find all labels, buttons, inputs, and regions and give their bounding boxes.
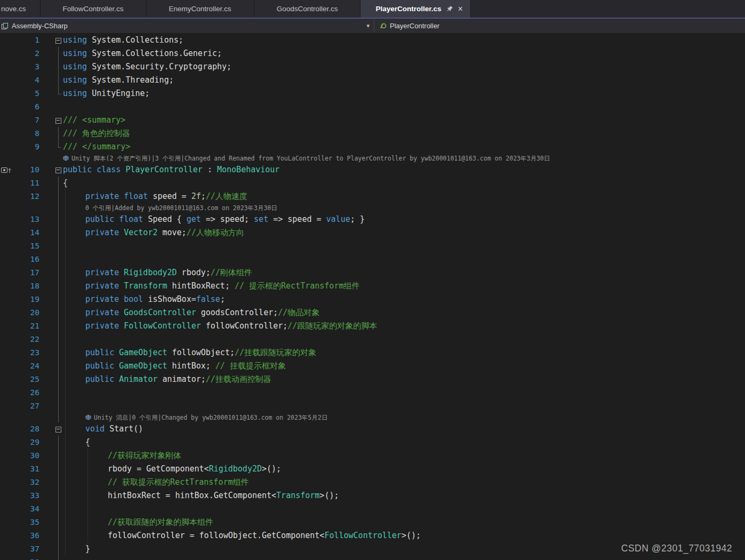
code-line[interactable]: 1using System.Collections; — [0, 34, 745, 47]
code-content: rbody = GetComponent<Rigidbody2D>(); — [63, 462, 745, 476]
token-pl: } — [85, 544, 90, 554]
token-kw: private — [85, 268, 124, 277]
token-kw: private — [85, 321, 124, 331]
token-pl: hintBoxRect; — [167, 281, 235, 291]
code-content: { — [63, 436, 745, 449]
selection-margin — [39, 346, 54, 359]
code-line[interactable]: 10public class PlayerController : MonoBe… — [0, 163, 745, 177]
code-line[interactable]: 24public GameObject hintBox; // 挂载提示框对象 — [0, 359, 745, 373]
token-ty: Transform — [276, 491, 319, 500]
fold-guide — [54, 502, 63, 516]
code-line[interactable]: 12private float speed = 2f;//人物速度 — [0, 190, 745, 203]
fold-guide — [54, 239, 63, 253]
code-line[interactable]: 38 — [0, 556, 745, 560]
fold-collapse-icon[interactable] — [54, 34, 63, 47]
fold-guide — [54, 253, 63, 266]
token-pl: Start() — [109, 424, 143, 434]
selection-margin — [39, 306, 54, 319]
glyph-margin — [0, 74, 16, 87]
glyph-margin — [0, 502, 16, 516]
glyph-margin — [0, 177, 16, 190]
code-line[interactable]: 34 — [0, 502, 745, 516]
codelens-row[interactable]: Unity 脚本(2 个资产引用)|3 个引用|Changed and Rena… — [0, 154, 745, 163]
margin-indicator-icon — [0, 163, 16, 177]
symbol-dropdown[interactable]: PlayerController — [374, 19, 745, 33]
code-line[interactable]: 36followController = followObject.GetCom… — [0, 529, 745, 542]
codelens-row[interactable]: Unity 消息|0 个引用|Changed by ywb20001011@16… — [0, 413, 745, 422]
code-line[interactable]: 20private GoodsController goodsControlle… — [0, 306, 745, 319]
code-line[interactable]: 8/// 角色的控制器 — [0, 127, 745, 140]
fold-guide — [54, 542, 63, 556]
fold-collapse-icon[interactable] — [54, 163, 63, 177]
code-line[interactable]: 21private FollowController followControl… — [0, 319, 745, 333]
close-icon[interactable]: × — [458, 5, 463, 13]
tab-playercontroller-cs[interactable]: PlayerController.cs× — [361, 0, 470, 18]
code-line[interactable]: 31rbody = GetComponent<Rigidbody2D>(); — [0, 462, 745, 476]
fold-guide — [54, 462, 63, 476]
glyph-margin — [0, 516, 16, 529]
code-content: { — [63, 177, 745, 190]
code-line[interactable]: 23public GameObject followObject;//挂载跟随玩… — [0, 346, 745, 359]
code-line[interactable]: 27 — [0, 399, 745, 413]
code-content: private bool isShowBox=false; — [63, 293, 745, 306]
glyph-margin — [0, 114, 16, 127]
fold-guide — [54, 319, 63, 333]
code-line[interactable]: 29{ — [0, 436, 745, 449]
token-kw: void — [85, 424, 109, 434]
pin-icon[interactable] — [446, 5, 453, 12]
code-line[interactable]: 17private Rigidbody2D rbody;//刚体组件 — [0, 266, 745, 279]
code-line[interactable]: 28void Start() — [0, 422, 745, 436]
line-number: 6 — [16, 100, 39, 114]
code-line[interactable]: 13public float Speed { get => speed; set… — [0, 213, 745, 226]
token-cm: //获取跟随的对象的脚本组件 — [108, 517, 213, 527]
code-line[interactable]: 33hintBoxRect = hintBox.GetComponent<Tra… — [0, 489, 745, 502]
code-line[interactable]: 22 — [0, 333, 745, 346]
fold-collapse-icon[interactable] — [54, 114, 63, 127]
glyph-margin — [0, 542, 16, 556]
code-content: using UnityEngine; — [63, 87, 745, 100]
fold-guide — [54, 489, 63, 502]
code-line[interactable]: 14private Vector2 move;//人物移动方向 — [0, 226, 745, 239]
code-line[interactable]: 25public Animator animator;//挂载动画控制器 — [0, 373, 745, 386]
selection-margin — [39, 127, 54, 140]
token-cm: // 获取提示框的RectTransform组件 — [108, 477, 249, 487]
code-line[interactable]: 9/// </summary> — [0, 140, 745, 154]
code-line[interactable]: 15 — [0, 239, 745, 253]
code-line[interactable]: 30//获得玩家对象刚体 — [0, 449, 745, 462]
code-line[interactable]: 11{ — [0, 177, 745, 190]
tab-enemycontroller-cs[interactable]: EnemyController.cs — [147, 0, 254, 18]
project-dropdown[interactable]: Assembly-CSharp ▾ — [0, 19, 374, 33]
glyph-margin — [0, 422, 16, 436]
code-content — [63, 399, 745, 413]
token-cm: // 挂载提示框对象 — [215, 361, 286, 371]
code-line[interactable]: 18private Transform hintBoxRect; // 提示框的… — [0, 279, 745, 293]
code-editor[interactable]: 1using System.Collections;2using System.… — [0, 34, 745, 559]
token-pl: isShowBox= — [148, 294, 196, 304]
token-pl: hintBoxRect = hintBox.GetComponent< — [108, 491, 276, 500]
code-line[interactable]: 16 — [0, 253, 745, 266]
code-line[interactable]: 35//获取跟随的对象的脚本组件 — [0, 516, 745, 529]
tab-nove-cs[interactable]: nove.cs — [0, 0, 41, 18]
token-kw: public — [85, 361, 119, 371]
code-line[interactable]: 6 — [0, 100, 745, 114]
fold-guide — [54, 100, 63, 114]
token-cm: //跟随玩家的对象的脚本 — [287, 321, 377, 331]
code-line[interactable]: 26 — [0, 386, 745, 399]
indent-guide — [65, 179, 66, 556]
code-line[interactable]: 2using System.Collections.Generic; — [0, 47, 745, 60]
code-line[interactable]: 3using System.Security.Cryptography; — [0, 60, 745, 74]
code-line[interactable]: 19private bool isShowBox=false; — [0, 293, 745, 306]
selection-margin — [39, 279, 54, 293]
tab-goodscontroller-cs[interactable]: GoodsController.cs — [254, 0, 361, 18]
code-line[interactable]: 4using System.Threading; — [0, 74, 745, 87]
codelens-row[interactable]: 0 个引用|Added by ywb20001011@163.com on 20… — [0, 203, 745, 213]
selection-margin — [39, 489, 54, 502]
code-line[interactable]: 7/// <summary> — [0, 114, 745, 127]
fold-collapse-icon[interactable] — [54, 422, 63, 436]
code-content: 0 个引用|Added by ywb20001011@163.com on 20… — [63, 203, 745, 213]
token-cm: /// <summary> — [63, 115, 125, 125]
code-line[interactable]: 32// 获取提示框的RectTransform组件 — [0, 476, 745, 489]
tab-followcontroller-cs[interactable]: FollowController.cs — [41, 0, 147, 18]
line-number: 20 — [16, 306, 39, 319]
code-line[interactable]: 5using UnityEngine; — [0, 87, 745, 100]
